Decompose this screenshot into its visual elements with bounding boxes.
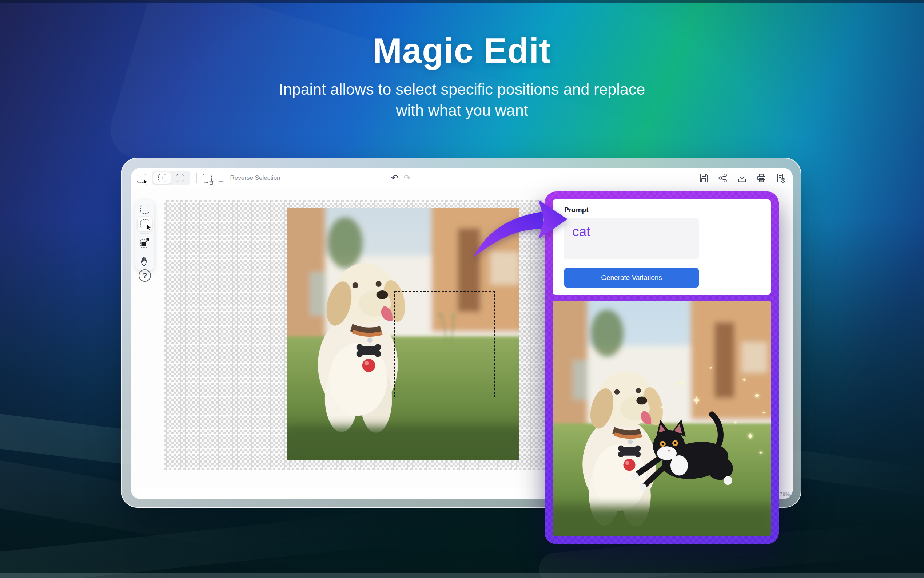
- selection-mode-group: + −: [152, 171, 190, 185]
- clear-selection-button[interactable]: [202, 174, 212, 183]
- minus-glyph: −: [178, 175, 181, 181]
- inpaint-selection-marquee[interactable]: [394, 291, 495, 398]
- share-icon: [717, 172, 728, 183]
- page-title: Magic Edit: [0, 31, 924, 71]
- save-button[interactable]: [698, 172, 709, 183]
- prompt-card: Prompt cat Generate Variations: [553, 200, 771, 295]
- subtract-selection-icon: −: [176, 174, 184, 182]
- dog-and-cat-illustration: [553, 300, 771, 536]
- add-selection-button[interactable]: +: [153, 172, 171, 184]
- prompt-label: Prompt: [564, 206, 589, 214]
- save-icon: [698, 172, 709, 183]
- lasso-select-icon: [141, 219, 149, 228]
- lasso-select-tool[interactable]: [138, 217, 152, 231]
- trash-icon: [209, 180, 214, 185]
- background-light-beam: [0, 499, 502, 578]
- reverse-selection-checkbox[interactable]: [218, 175, 225, 182]
- marquee-select-icon: [141, 205, 149, 214]
- zoom-level-value: 79%: [780, 491, 790, 497]
- prompt-input[interactable]: cat: [564, 218, 699, 259]
- pan-tool[interactable]: [138, 254, 152, 269]
- page-subtitle-line2: with what you want: [0, 100, 924, 121]
- redo-button[interactable]: ↷: [403, 174, 411, 182]
- magic-edit-panel: Prompt cat Generate Variations: [545, 192, 779, 544]
- generate-variations-button[interactable]: Generate Variations: [564, 268, 699, 287]
- tool-palette: [135, 200, 154, 271]
- plus-glyph: +: [160, 175, 163, 181]
- palette-divider: [141, 252, 149, 253]
- help-button[interactable]: ?: [139, 270, 151, 282]
- marquee-select-tool[interactable]: [138, 202, 152, 217]
- share-button[interactable]: [717, 172, 728, 183]
- toolbar-divider: [196, 173, 197, 183]
- bottom-edge-strip: [0, 573, 924, 578]
- download-icon: [737, 172, 748, 183]
- expand-image-icon: [139, 237, 150, 248]
- subtract-selection-button[interactable]: −: [171, 172, 189, 184]
- export-history-button[interactable]: [775, 172, 786, 183]
- print-button[interactable]: [756, 172, 767, 183]
- undo-icon: ↶: [391, 173, 398, 183]
- cursor-icon: [147, 224, 151, 230]
- page: Magic Edit Inpaint allows to select spec…: [0, 0, 924, 578]
- editor-toolbar: + −: [131, 168, 793, 188]
- undo-button[interactable]: ↶: [391, 174, 398, 182]
- document-clock-icon: [775, 172, 786, 183]
- hero-header: Magic Edit Inpaint allows to select spec…: [0, 0, 924, 121]
- toolbar-history-group: ↶ ↷: [391, 168, 411, 188]
- page-subtitle-line1: Inpaint allows to select specific positi…: [0, 79, 924, 100]
- hand-icon: [140, 256, 150, 266]
- cursor-icon: [143, 179, 148, 185]
- download-button[interactable]: [737, 172, 748, 183]
- generate-variations-label: Generate Variations: [601, 274, 662, 282]
- canvas-image[interactable]: [287, 208, 519, 460]
- reverse-selection-label: Reverse Selection: [230, 174, 280, 182]
- select-tool-icon[interactable]: [137, 174, 146, 183]
- result-image[interactable]: [553, 300, 771, 536]
- page-subtitle: Inpaint allows to select specific positi…: [0, 79, 924, 121]
- question-mark-icon: ?: [142, 271, 147, 280]
- print-icon: [756, 172, 767, 183]
- expand-image-tool[interactable]: [138, 235, 152, 250]
- toolbar-right-group: [698, 168, 790, 188]
- redo-icon: ↷: [403, 173, 411, 183]
- add-selection-icon: +: [158, 174, 166, 182]
- toolbar-left-group: + −: [137, 168, 280, 188]
- palette-divider: [141, 233, 149, 234]
